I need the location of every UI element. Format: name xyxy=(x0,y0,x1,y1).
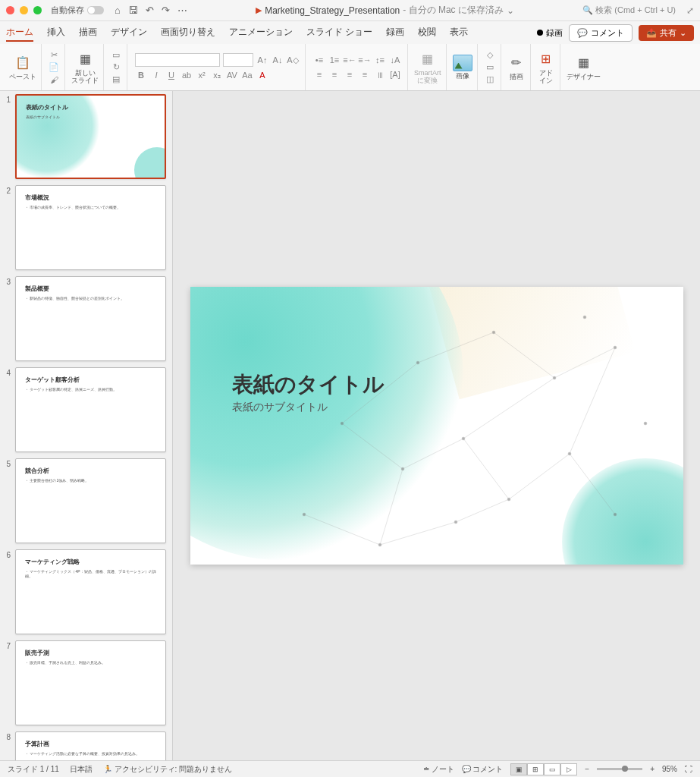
comments-button[interactable]: 💬 コメント xyxy=(462,764,504,775)
addin-group[interactable]: ⊞ アド イン xyxy=(532,44,560,90)
format-painter-icon[interactable]: 🖌 xyxy=(48,74,60,86)
zoom-out-icon[interactable]: − xyxy=(585,765,589,773)
bullets-icon[interactable]: •≡ xyxy=(313,54,325,66)
outdent-icon[interactable]: ≡← xyxy=(344,54,356,66)
accessibility-status[interactable]: 🏃 アクセシビリティ: 問題ありません xyxy=(103,764,232,775)
align-center-icon[interactable]: ≡ xyxy=(328,68,341,80)
tab-record[interactable]: 録画 xyxy=(386,24,404,42)
minimize-window-icon[interactable] xyxy=(20,6,28,14)
clear-format-icon[interactable]: A◇ xyxy=(287,54,299,66)
strike-icon[interactable]: ab xyxy=(180,69,193,81)
align-text-icon[interactable]: [A] xyxy=(389,68,401,80)
toggle-icon[interactable] xyxy=(87,6,104,14)
slide-counter[interactable]: スライド 1 / 11 xyxy=(8,764,59,775)
search-field[interactable]: 🔍 検索 (Cmd + Ctrl + U) xyxy=(582,5,676,16)
tab-draw[interactable]: 描画 xyxy=(79,24,97,42)
zoom-slider[interactable] xyxy=(597,768,642,770)
decrease-font-icon[interactable]: A↓ xyxy=(272,54,284,66)
close-window-icon[interactable] xyxy=(6,6,14,14)
svg-line-13 xyxy=(570,348,615,454)
slide-thumbnail-2[interactable]: 市場概況 ・ 市場の成長率、トレンド、競合状況についての概要。 xyxy=(15,185,166,270)
normal-view-icon[interactable]: ▣ xyxy=(510,763,527,775)
slide-thumbnail-3[interactable]: 製品概要 ・ 新製品の特徴、独自性、競合製品との差別化ポイント。 xyxy=(15,276,166,361)
fit-window-icon[interactable]: ⛶ xyxy=(685,765,692,773)
slide-thumbnail-4[interactable]: ターゲット顧客分析 ・ ターゲット顧客層の特定、購買ニーズ、購買行動。 xyxy=(15,367,166,452)
status-bar: スライド 1 / 11 日本語 🏃 アクセシビリティ: 問題ありません ≐ ノー… xyxy=(0,760,700,777)
slide-thumbnail-5[interactable]: 競合分析 ・ 主要競合他社の1強み、弱み戦略。 xyxy=(15,458,166,543)
shapes-icon[interactable]: ◇ xyxy=(484,49,496,61)
italic-icon[interactable]: I xyxy=(150,69,162,81)
zoom-in-icon[interactable]: + xyxy=(650,765,654,773)
document-title[interactable]: ▶ Marketing_Strategy_Presentation - 自分の … xyxy=(192,4,578,17)
tab-view[interactable]: 表示 xyxy=(450,24,468,42)
justify-icon[interactable]: ≡ xyxy=(359,68,371,80)
tab-home[interactable]: ホーム xyxy=(6,24,33,42)
font-size-select[interactable] xyxy=(223,53,253,67)
slide-canvas-area[interactable]: 表紙のタイトル 表紙のサブタイトル xyxy=(173,91,700,760)
tab-design[interactable]: デザイン xyxy=(111,24,147,42)
section-icon[interactable]: ▤ xyxy=(110,74,122,86)
copy-icon[interactable]: 📄 xyxy=(48,61,60,74)
increase-font-icon[interactable]: A↑ xyxy=(256,54,268,66)
expand-ribbon-icon[interactable]: ⤢ xyxy=(686,5,694,16)
chevron-down-icon[interactable]: ⌄ xyxy=(507,5,514,16)
align-left-icon[interactable]: ≡ xyxy=(313,68,325,80)
font-family-select[interactable] xyxy=(135,53,220,67)
linespacing-icon[interactable]: ↕≡ xyxy=(374,54,386,66)
slide-title[interactable]: 表紙のタイトル xyxy=(232,370,385,399)
reset-icon[interactable]: ↻ xyxy=(110,61,122,74)
autosave-toggle[interactable]: 自動保存 xyxy=(51,5,104,16)
current-slide[interactable]: 表紙のタイトル 表紙のサブタイトル xyxy=(190,287,683,565)
svg-line-8 xyxy=(304,514,380,545)
comment-button[interactable]: 💬コメント xyxy=(569,24,633,42)
tab-review[interactable]: 校閲 xyxy=(418,24,436,42)
align-right-icon[interactable]: ≡ xyxy=(344,68,356,80)
subscript-icon[interactable]: x₂ xyxy=(211,69,223,81)
font-color-icon[interactable]: A xyxy=(256,69,268,81)
slide-thumbnail-8[interactable]: 予算計画 ・ マーケティング活動に必要な予算の概要、投資対効果の見込み。 xyxy=(15,731,166,760)
redo-icon[interactable]: ↷ xyxy=(162,5,170,16)
slide-thumbnail-1[interactable]: 表紙のタイトル 表紙のサブタイトル xyxy=(15,94,166,179)
columns-icon[interactable]: ⫼ xyxy=(374,68,386,80)
picture-group[interactable]: 画像 xyxy=(448,44,478,90)
svg-point-15 xyxy=(341,422,344,425)
highlight-icon[interactable]: AV xyxy=(226,69,238,81)
sorter-view-icon[interactable]: ⊞ xyxy=(527,763,544,775)
bold-icon[interactable]: B xyxy=(135,69,147,81)
save-icon[interactable]: 🖫 xyxy=(128,5,138,16)
slide-thumbnail-7[interactable]: 販売予測 ・ 販売目標、予測される売上、利益の見込み。 xyxy=(15,640,166,725)
zoom-level[interactable]: 95% xyxy=(662,765,677,773)
tab-insert[interactable]: 挿入 xyxy=(47,24,65,42)
tab-animation[interactable]: アニメーション xyxy=(229,24,293,42)
superscript-icon[interactable]: x² xyxy=(196,69,208,81)
indent-icon[interactable]: ≡→ xyxy=(359,54,371,66)
case-icon[interactable]: Aa xyxy=(241,69,253,81)
slide-thumbnail-6[interactable]: マーケティング戦略 ・ マーケティングミックス（4P：製品、価格、流通、プロモー… xyxy=(15,549,166,634)
maximize-window-icon[interactable] xyxy=(33,6,42,14)
drawing-group[interactable]: ✏ 描画 xyxy=(503,44,531,90)
numbering-icon[interactable]: 1≡ xyxy=(328,54,341,66)
smartart-group[interactable]: ▦ SmartArt に変換 xyxy=(410,44,447,90)
tab-transition[interactable]: 画面切り替え xyxy=(161,24,215,42)
share-button[interactable]: 📤共有⌄ xyxy=(639,25,694,41)
cut-icon[interactable]: ✂ xyxy=(48,49,60,61)
layout-icon[interactable]: ▭ xyxy=(110,49,122,61)
arrange-icon[interactable]: ◫ xyxy=(484,74,496,86)
record-button[interactable]: 録画 xyxy=(537,27,563,39)
new-slide-group[interactable]: ▦ 新しい スライド xyxy=(67,44,104,90)
underline-icon[interactable]: U xyxy=(165,69,177,81)
notes-button[interactable]: ≐ ノート xyxy=(423,764,454,775)
paste-group[interactable]: 📋 ペースト xyxy=(5,44,42,90)
more-icon[interactable]: ⋯ xyxy=(177,5,187,16)
designer-group[interactable]: ▦ デザイナー xyxy=(562,44,605,90)
tab-slideshow[interactable]: スライド ショー xyxy=(306,24,372,42)
textbox-icon[interactable]: ▭ xyxy=(484,61,496,74)
slideshow-view-icon[interactable]: ▷ xyxy=(560,763,577,775)
language-indicator[interactable]: 日本語 xyxy=(70,764,93,775)
slide-thumbnails-panel[interactable]: 1 表紙のタイトル 表紙のサブタイトル 2 市場概況 ・ 市場の成長率、トレンド… xyxy=(0,91,173,760)
undo-icon[interactable]: ↶ xyxy=(146,5,154,16)
home-icon[interactable]: ⌂ xyxy=(115,5,121,16)
text-direction-icon[interactable]: ↓A xyxy=(389,54,401,66)
reading-view-icon[interactable]: ▭ xyxy=(544,763,560,775)
slide-subtitle[interactable]: 表紙のサブタイトル xyxy=(232,401,328,414)
